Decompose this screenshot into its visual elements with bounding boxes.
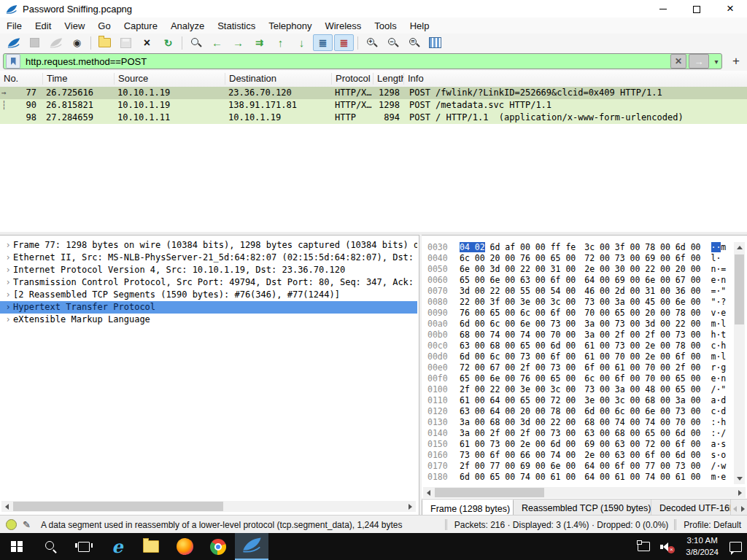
display-filter-field[interactable]: http.request.method==POST ✕ → ▾ (3, 53, 722, 69)
hex-vertical-scrollbar[interactable] (734, 242, 745, 484)
menu-item-view[interactable]: View (58, 19, 91, 33)
hex-bytes-left[interactable]: 6e 00 3d 00 22 00 31 00 (460, 264, 576, 275)
auto-scroll-button[interactable]: ≣ (313, 34, 333, 51)
zoom-out-button[interactable]: − (383, 34, 403, 51)
hex-bytes-left[interactable]: 3a 00 2f 00 2f 00 73 00 (460, 428, 576, 439)
column-header-time[interactable]: Time (42, 73, 114, 85)
reload-file-button[interactable]: ↻ (158, 34, 178, 51)
filter-input[interactable]: http.request.method==POST (23, 56, 670, 67)
hex-bytes-right[interactable]: 3c 00 3f 00 78 00 6d 00 (584, 242, 700, 253)
details-row[interactable]: Internet Protocol Version 4, Src: 10.10.… (0, 264, 417, 276)
volume-tray-button[interactable] (655, 533, 680, 560)
hex-bytes-right[interactable]: 3e 00 3c 00 68 00 3a 00 (584, 395, 700, 406)
hex-bytes-right[interactable]: 73 00 3a 00 45 00 6e 00 (584, 297, 700, 308)
details-scrollbar-thumb[interactable] (13, 502, 223, 511)
packet-row[interactable]: ┆9026.81582110.10.1.19138.91.171.81HTTP/… (0, 99, 747, 112)
menu-item-statistics[interactable]: Statistics (211, 19, 262, 33)
details-row[interactable]: eXtensible Markup Language (0, 314, 417, 326)
hex-bytes-left[interactable]: 2f 00 22 00 3e 00 3c 00 (460, 384, 576, 395)
hex-bytes-left[interactable]: 65 00 6e 00 63 00 6f 00 (460, 275, 576, 286)
file-explorer-button[interactable] (134, 533, 168, 560)
hex-bytes-right[interactable]: 2e 00 63 00 6f 00 6d 00 (584, 450, 700, 461)
hex-bytes-left[interactable]: 73 00 6f 00 66 00 74 00 (460, 450, 576, 461)
internet-explorer-button[interactable] (101, 533, 134, 560)
hex-bytes-left[interactable]: 6d 00 65 00 74 00 61 00 (460, 472, 576, 483)
hex-bytes-left[interactable]: 63 00 68 00 65 00 6d 00 (460, 341, 576, 351)
hex-ascii[interactable]: :·/ (711, 428, 733, 439)
bytes-tab-1[interactable]: Reassembled TCP (1590 bytes) (514, 499, 651, 516)
details-row[interactable]: Hypertext Transfer Protocol (0, 301, 417, 314)
column-header-no[interactable]: No. (0, 73, 42, 85)
details-row[interactable]: Frame 77: 1298 bytes on wire (10384 bits… (0, 239, 417, 252)
hex-row[interactable]: 00406c 00 20 00 76 00 65 0072 00 73 00 6… (427, 253, 732, 264)
hex-ascii[interactable]: =·" (711, 286, 733, 297)
hex-bytes-right[interactable]: 6d 00 6c 00 6e 00 73 00 (584, 406, 700, 417)
menu-item-capture[interactable]: Capture (117, 19, 164, 33)
hex-ascii[interactable]: s·o (711, 450, 733, 461)
taskbar-clock[interactable]: 3:10 AM 3/8/2024 (680, 535, 724, 558)
scroll-right-icon[interactable] (735, 487, 746, 498)
hex-bytes-right[interactable]: 46 00 2d 00 31 00 36 00 (584, 286, 700, 297)
hex-ascii[interactable]: e·n (711, 275, 733, 286)
hex-bytes-left[interactable]: 61 00 64 00 65 00 72 00 (460, 395, 576, 406)
details-row[interactable]: Transmission Control Protocol, Src Port:… (0, 276, 417, 289)
column-header-info[interactable]: Info (403, 73, 747, 85)
capture-options-button[interactable]: ◉ (67, 34, 87, 51)
hex-bytes-left[interactable]: 04 02 6d af 00 00 ff fe (460, 242, 576, 253)
details-row[interactable]: [2 Reassembled TCP Segments (1590 bytes)… (0, 289, 417, 301)
scroll-up-icon[interactable] (734, 242, 745, 253)
menu-item-wireless[interactable]: Wireless (318, 19, 368, 33)
colorize-packets-button[interactable]: ≣ (334, 34, 354, 51)
hex-row[interactable]: 00b068 00 74 00 74 00 70 003a 00 2f 00 2… (427, 330, 732, 341)
hex-ascii[interactable]: a·d (711, 395, 733, 406)
save-file-button[interactable] (116, 34, 136, 51)
hex-ascii[interactable]: c·h (711, 341, 733, 351)
hex-ascii[interactable]: m·e (711, 472, 733, 483)
hex-bytes-right[interactable]: 3a 00 2f 00 2f 00 73 00 (584, 330, 700, 341)
bytes-tab-0[interactable]: Frame (1298 bytes) (422, 499, 514, 516)
hex-ascii[interactable]: l· (711, 253, 733, 264)
filter-clear-button[interactable]: ✕ (670, 54, 686, 69)
hex-ascii[interactable]: c·d (711, 406, 733, 417)
hex-bytes-left[interactable]: 3d 00 22 00 55 00 54 00 (460, 286, 576, 297)
hex-row[interactable]: 012063 00 64 00 20 00 78 006d 00 6c 00 6… (427, 406, 732, 417)
hex-row[interactable]: 003004 02 6d af 00 00 ff fe3c 00 3f 00 7… (427, 242, 732, 253)
find-packet-button[interactable] (186, 34, 206, 51)
filter-apply-button[interactable]: → (689, 54, 709, 69)
stop-capture-button[interactable] (25, 34, 44, 51)
hex-ascii[interactable]: /·w (711, 461, 733, 472)
restore-button[interactable] (680, 0, 713, 18)
menu-item-go[interactable]: Go (91, 19, 117, 33)
menu-item-telephony[interactable]: Telephony (262, 19, 318, 33)
hex-row[interactable]: 00e072 00 67 00 2f 00 73 006f 00 61 00 7… (427, 362, 732, 373)
bytes-tab-2[interactable]: Decoded UTF-16LE (651, 499, 731, 516)
zoom-in-button[interactable]: + (362, 34, 382, 51)
details-horizontal-scrollbar[interactable] (1, 501, 416, 512)
tab-scroll-left-icon[interactable] (731, 500, 739, 516)
hex-row[interactable]: 01303a 00 68 00 3d 00 22 0068 00 74 00 7… (427, 417, 732, 428)
scroll-down-icon[interactable] (734, 473, 745, 484)
packet-row[interactable]: →7726.72561610.10.1.1923.36.70.120HTTP/X… (0, 87, 747, 99)
filter-add-button[interactable]: + (728, 53, 744, 69)
hex-ascii[interactable]: h·t (711, 330, 733, 341)
hex-row[interactable]: 01702f 00 77 00 69 00 6e 0064 00 6f 00 7… (427, 461, 732, 472)
hex-bytes-right[interactable]: 3a 00 73 00 3d 00 22 00 (584, 319, 700, 330)
hex-bytes-right[interactable]: 61 00 73 00 2e 00 78 00 (584, 341, 700, 351)
zoom-reset-button[interactable]: = (404, 34, 424, 51)
hex-ascii[interactable]: e·n (711, 373, 733, 384)
hex-row[interactable]: 00a06d 00 6c 00 6e 00 73 003a 00 73 00 3… (427, 319, 732, 330)
hex-bytes-right[interactable]: 2e 00 30 00 22 00 20 00 (584, 264, 700, 275)
hex-bytes-right[interactable]: 64 00 69 00 6e 00 67 00 (584, 275, 700, 286)
hex-row[interactable]: 006065 00 6e 00 63 00 6f 0064 00 69 00 6… (427, 275, 732, 286)
hex-horizontal-scrollbar[interactable] (423, 487, 746, 498)
hex-row[interactable]: 009076 00 65 00 6c 00 6f 0070 00 65 00 2… (427, 308, 732, 319)
scroll-right-icon[interactable] (405, 501, 416, 512)
hex-bytes-left[interactable]: 63 00 64 00 20 00 78 00 (460, 406, 576, 417)
hex-ascii[interactable]: n·= (711, 264, 733, 275)
hex-ascii[interactable]: a·s (711, 439, 733, 450)
menu-item-help[interactable]: Help (403, 19, 436, 33)
hex-bytes-right[interactable]: 73 00 3a 00 48 00 65 00 (584, 384, 700, 395)
hex-bytes-left[interactable]: 68 00 74 00 74 00 70 00 (460, 330, 576, 341)
hex-row[interactable]: 00c063 00 68 00 65 00 6d 0061 00 73 00 2… (427, 341, 732, 351)
hex-bytes-left[interactable]: 3a 00 68 00 3d 00 22 00 (460, 417, 576, 428)
